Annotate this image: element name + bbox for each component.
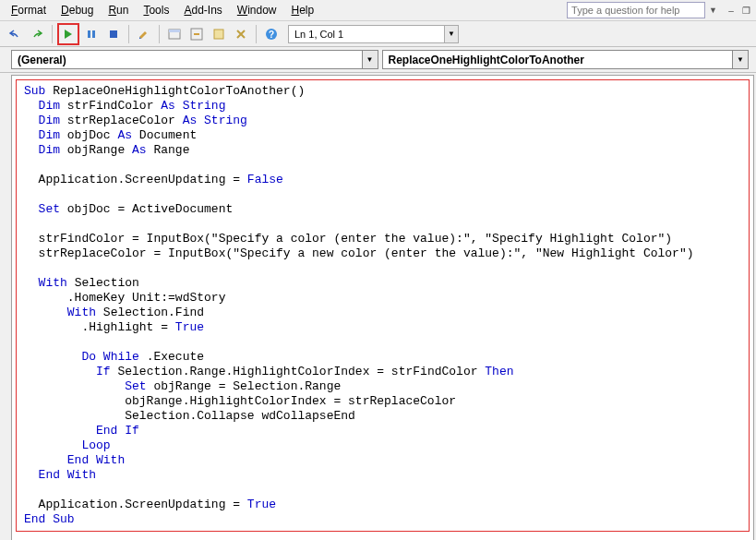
help-dropdown-arrow-icon[interactable]: ▼ (709, 6, 717, 15)
toolbar: ? Ln 1, Col 1 ▼ (0, 21, 756, 47)
menu-debug[interactable]: Debug (54, 2, 101, 18)
object-proc-selector: (General) ▼ ReplaceOneHighlightColorToAn… (0, 47, 756, 73)
toolbox-button[interactable] (231, 24, 251, 44)
chevron-down-icon: ▼ (362, 51, 378, 68)
pause-button[interactable] (81, 24, 102, 44)
svg-text:?: ? (269, 30, 274, 40)
menu-help[interactable]: Help (284, 2, 322, 18)
menu-run[interactable]: Run (101, 2, 136, 18)
svg-rect-1 (92, 30, 95, 38)
design-mode-button[interactable] (134, 24, 154, 44)
menu-addins[interactable]: Add-Ins (176, 2, 229, 18)
project-explorer-button[interactable] (164, 24, 185, 44)
position-indicator: Ln 1, Col 1 (288, 25, 445, 43)
stop-button[interactable] (103, 24, 124, 44)
object-browser-button[interactable] (209, 24, 229, 44)
object-dropdown[interactable]: (General) ▼ (11, 50, 378, 69)
menu-window[interactable]: Window (230, 2, 284, 18)
position-dropdown-icon[interactable]: ▼ (445, 25, 459, 43)
procedure-dropdown[interactable]: ReplaceOneHighlightColorToAnother ▼ (382, 50, 750, 69)
menu-tools[interactable]: Tools (136, 2, 176, 18)
help-search-input[interactable] (567, 2, 705, 18)
menu-format[interactable]: Format (4, 2, 54, 18)
svg-rect-0 (88, 30, 90, 38)
redo-button[interactable] (27, 24, 47, 44)
menu-bar: Format Debug Run Tools Add-Ins Window He… (0, 0, 756, 21)
svg-rect-6 (214, 30, 223, 39)
svg-rect-4 (169, 30, 180, 32)
code-text[interactable]: Sub ReplaceOneHighlightColorToAnother() … (24, 84, 741, 527)
minimize-icon[interactable]: – (725, 5, 738, 16)
run-button[interactable] (57, 23, 79, 45)
restore-icon[interactable]: ❐ (739, 5, 752, 16)
svg-rect-2 (110, 30, 117, 38)
help-button[interactable]: ? (261, 24, 282, 44)
chevron-down-icon: ▼ (732, 51, 748, 68)
code-editor[interactable]: Sub ReplaceOneHighlightColorToAnother() … (11, 75, 754, 540)
undo-button[interactable] (5, 24, 25, 44)
properties-button[interactable] (186, 24, 207, 44)
